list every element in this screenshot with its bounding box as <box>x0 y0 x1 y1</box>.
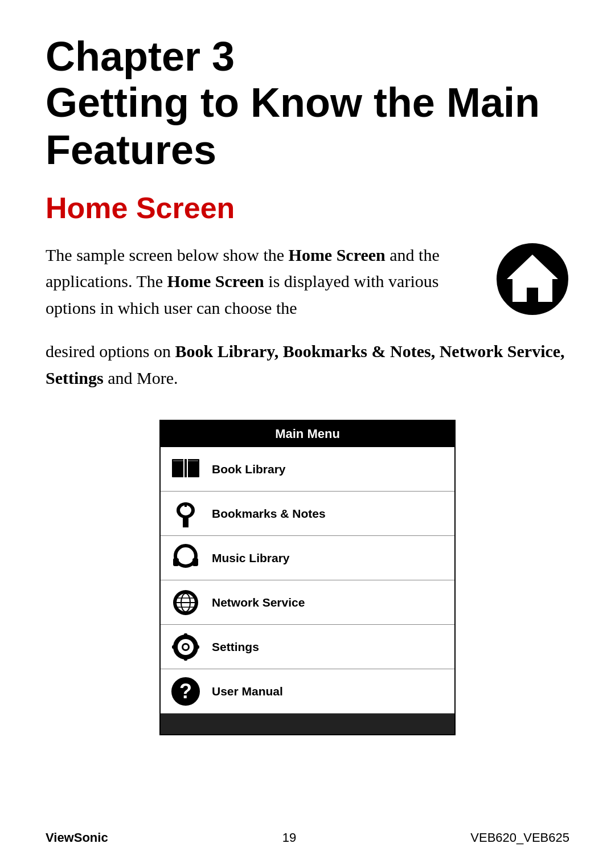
svg-rect-3 <box>172 459 184 477</box>
body-paragraph: The sample screen below show the Home Sc… <box>46 242 478 322</box>
menu-box: Main Menu Book Library <box>159 420 456 735</box>
svg-rect-12 <box>184 502 187 507</box>
svg-rect-16 <box>173 559 175 564</box>
footer-brand: ViewSonic <box>46 830 108 845</box>
svg-rect-6 <box>184 459 187 477</box>
book-library-icon <box>170 453 202 485</box>
svg-rect-7 <box>173 460 183 461</box>
menu-item-settings[interactable]: Settings <box>161 625 454 669</box>
bold-features: Book Library, Bookmarks & Notes, Network… <box>46 342 565 387</box>
user-manual-icon: ? <box>170 675 202 707</box>
menu-item-bookmarks-notes[interactable]: Bookmarks & Notes <box>161 492 454 536</box>
svg-rect-4 <box>187 459 199 477</box>
footer-page-number: 19 <box>282 830 296 845</box>
menu-item-book-library-label: Book Library <box>212 462 286 476</box>
menu-item-bookmarks-notes-label: Bookmarks & Notes <box>212 507 326 521</box>
body-paragraph-bottom: desired options on Book Library, Bookmar… <box>46 338 569 391</box>
svg-text:?: ? <box>179 679 192 703</box>
menu-item-settings-label: Settings <box>212 640 259 654</box>
svg-rect-17 <box>196 559 198 564</box>
svg-rect-9 <box>183 517 188 527</box>
page-content: Chapter 3 Getting to Know the Main Featu… <box>0 0 615 804</box>
menu-item-music-library-label: Music Library <box>212 551 290 565</box>
home-icon-area <box>495 242 569 318</box>
svg-point-27 <box>183 645 188 649</box>
menu-item-user-manual-label: User Manual <box>212 685 283 698</box>
music-library-icon <box>170 542 202 574</box>
section-title: Home Screen <box>46 191 569 225</box>
menu-item-user-manual[interactable]: ? User Manual <box>161 669 454 714</box>
svg-rect-28 <box>184 633 187 638</box>
footer-model: VEB620_VEB625 <box>470 830 569 845</box>
bookmarks-notes-icon <box>170 498 202 530</box>
menu-item-network-service-label: Network Service <box>212 596 305 609</box>
menu-header: Main Menu <box>161 421 454 447</box>
svg-rect-29 <box>184 656 187 661</box>
svg-rect-31 <box>195 645 199 649</box>
chapter-title: Getting to Know the Main Features <box>46 79 569 174</box>
page-footer: ViewSonic 19 VEB620_VEB625 <box>46 830 569 845</box>
settings-icon <box>170 631 202 663</box>
body-text-area: The sample screen below show the Home Sc… <box>46 242 569 322</box>
chapter-label: Chapter 3 <box>46 34 569 79</box>
network-service-icon <box>170 587 202 619</box>
svg-rect-30 <box>172 645 177 649</box>
menu-item-network-service[interactable]: Network Service <box>161 580 454 625</box>
svg-rect-2 <box>527 288 538 302</box>
bold-home-screen-1: Home Screen <box>289 245 386 264</box>
menu-wrapper: Main Menu Book Library <box>46 420 569 735</box>
bold-home-screen-2: Home Screen <box>167 272 264 290</box>
svg-rect-8 <box>188 460 198 461</box>
menu-item-book-library[interactable]: Book Library <box>161 447 454 492</box>
home-icon <box>495 242 569 316</box>
menu-item-music-library[interactable]: Music Library <box>161 536 454 580</box>
menu-footer <box>161 714 454 734</box>
